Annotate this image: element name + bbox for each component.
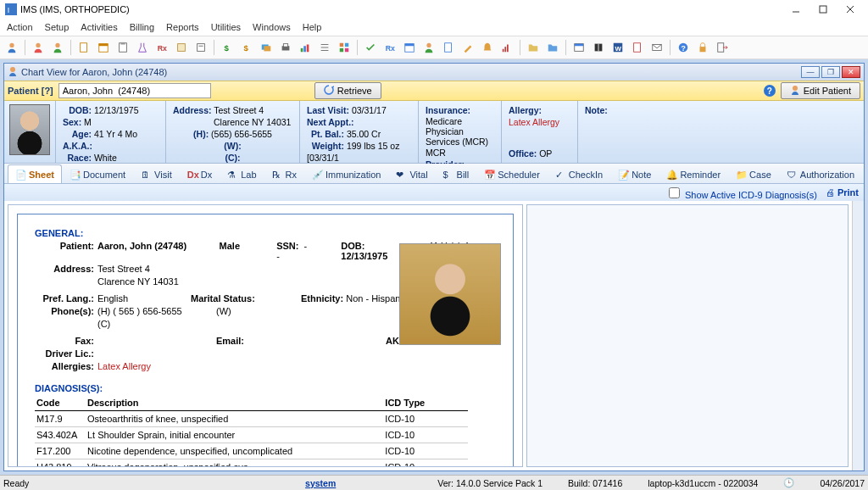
window-close-button[interactable] xyxy=(837,2,863,17)
tab-sheet[interactable]: 📄Sheet xyxy=(8,164,62,183)
toolbar-word-icon[interactable]: W xyxy=(609,39,626,56)
show-active-icd9-checkbox[interactable]: Show Active ICD-9 Diagnosis(s) xyxy=(665,185,817,201)
menu-reports[interactable]: Reports xyxy=(166,22,199,32)
toolbar-scroll-icon[interactable] xyxy=(173,39,190,56)
toolbar-xray-icon[interactable] xyxy=(590,39,607,56)
toolbar-person4-icon[interactable] xyxy=(420,39,437,56)
retrieve-button[interactable]: Retrieve xyxy=(314,82,381,99)
toolbar-rx2-icon[interactable]: Rx xyxy=(381,39,398,56)
tab-note[interactable]: 📝Note xyxy=(610,164,659,183)
toolbar-person-icon[interactable] xyxy=(3,39,20,56)
menu-setup[interactable]: Setup xyxy=(45,22,70,32)
toolbar-doc-icon[interactable] xyxy=(75,39,92,56)
toolbar-signal-icon[interactable] xyxy=(498,39,515,56)
toolbar-clipboard-icon[interactable] xyxy=(114,39,131,56)
sheet-subbar: Show Active ICD-9 Diagnosis(s) 🖨 Print xyxy=(4,184,864,201)
toolbar-grid-icon[interactable] xyxy=(336,39,353,56)
menu-windows[interactable]: Windows xyxy=(253,22,291,32)
tab-checkin[interactable]: ✓CheckIn xyxy=(548,164,610,183)
window-min-button[interactable] xyxy=(783,2,809,17)
mdi-workspace: Chart View for Aaron, John (24748) — ❐ ✕… xyxy=(0,59,868,475)
svg-rect-9 xyxy=(81,43,87,53)
toolbar-pencil-icon[interactable] xyxy=(459,39,476,56)
toolbar-folder2-icon[interactable] xyxy=(544,39,561,56)
toolbar-calendar2-icon[interactable] xyxy=(401,39,418,56)
chart-view-window: Chart View for Aaron, John (24748) — ❐ ✕… xyxy=(3,63,865,471)
tab-document[interactable]: 📑Document xyxy=(62,164,133,183)
rx-icon: ℞ xyxy=(272,170,282,180)
sheet-inner: GENERAL: Patient: Aaron, John (24748) Ma… xyxy=(17,214,514,467)
tab-dx[interactable]: DxDx xyxy=(180,164,220,183)
menu-activities[interactable]: Activities xyxy=(81,22,117,32)
tab-case[interactable]: 📁Case xyxy=(728,164,779,183)
tab-scheduler[interactable]: 📅Scheduler xyxy=(476,164,548,183)
toolbar-note-icon[interactable] xyxy=(192,39,209,56)
ins-label: Insurance: xyxy=(426,104,470,116)
diag-type: ICD-10 xyxy=(383,459,468,468)
menu-utilities[interactable]: Utilities xyxy=(211,22,241,32)
tab-visit[interactable]: 🗓Visit xyxy=(133,164,180,183)
tab-bill[interactable]: $Bill xyxy=(436,164,477,183)
show-active-icd9-input[interactable] xyxy=(669,187,680,198)
document-icon: 📑 xyxy=(70,170,80,180)
tab-lab[interactable]: ⚗Lab xyxy=(220,164,264,183)
svg-point-8 xyxy=(55,43,59,47)
diag-desc: Vitreous degeneration, unspecified eye xyxy=(86,459,383,468)
toolbar-check-icon[interactable] xyxy=(362,39,379,56)
toolbar-doc2-icon[interactable] xyxy=(440,39,457,56)
tab-reminder[interactable]: 🔔Reminder xyxy=(659,164,728,183)
patient-input[interactable] xyxy=(58,83,211,98)
tab-rx[interactable]: ℞Rx xyxy=(264,164,304,183)
toolbar-window-icon[interactable] xyxy=(570,39,587,56)
help-button[interactable]: ? xyxy=(764,85,776,97)
menu-help[interactable]: Help xyxy=(303,22,322,32)
diag-type: ICD-10 xyxy=(383,427,468,443)
tab-authorization[interactable]: 🛡Authorization xyxy=(779,164,862,183)
toolbar-calendar-icon[interactable] xyxy=(95,39,112,56)
tab-checkin-label: CheckIn xyxy=(569,170,603,180)
tab-vital[interactable]: ❤Vital xyxy=(388,164,435,183)
tab-document-label: Document xyxy=(83,170,125,180)
toolbar-cards-icon[interactable] xyxy=(258,39,275,56)
money-icon: $ xyxy=(443,170,453,180)
toolbar-money-icon[interactable]: $ xyxy=(219,39,236,56)
sheet-ssn-label: SSN: xyxy=(276,241,298,251)
svg-rect-36 xyxy=(405,44,415,47)
toolbar-bell-icon[interactable] xyxy=(479,39,496,56)
chart-close-button[interactable]: ✕ xyxy=(842,66,860,78)
toolbar-list-icon[interactable] xyxy=(316,39,333,56)
checkin-icon: ✓ xyxy=(555,170,565,180)
sheet-preflang: English xyxy=(97,293,191,303)
window-max-button[interactable] xyxy=(810,2,836,17)
vertical-scrollbar[interactable] xyxy=(852,201,864,471)
toolbar-chart-icon[interactable] xyxy=(297,39,314,56)
bell-icon: 🔔 xyxy=(666,170,676,180)
tab-referral[interactable]: ↗Referral xyxy=(862,164,868,183)
toolbar-folder-icon[interactable] xyxy=(525,39,542,56)
tab-immunization[interactable]: 💉Immunization xyxy=(304,164,388,183)
toolbar-flask-icon[interactable] xyxy=(134,39,151,56)
toolbar-print-icon[interactable] xyxy=(277,39,294,56)
toolbar-money2-icon[interactable]: $ xyxy=(238,39,255,56)
status-system-link[interactable]: system xyxy=(305,478,336,488)
toolbar-rx-icon[interactable]: Rx xyxy=(153,39,170,56)
toolbar-lock-icon[interactable] xyxy=(694,39,711,56)
sheet-phone-c: (C) xyxy=(97,319,110,329)
toolbar-person3-icon[interactable] xyxy=(49,39,66,56)
toolbar-pdf-icon[interactable] xyxy=(629,39,646,56)
menu-action[interactable]: Action xyxy=(7,22,33,32)
chart-restore-button[interactable]: ❐ xyxy=(821,66,840,78)
office-value: OP xyxy=(539,148,552,159)
svg-text:$: $ xyxy=(244,43,249,53)
menu-billing[interactable]: Billing xyxy=(130,22,154,32)
phone-h-value: (565) 656-5655 xyxy=(211,129,272,139)
chart-min-button[interactable]: — xyxy=(801,66,820,78)
print-button[interactable]: 🖨 Print xyxy=(826,187,859,198)
toolbar-mail-icon[interactable] xyxy=(648,39,665,56)
toolbar-exit-icon[interactable] xyxy=(714,39,731,56)
race-label: Race: xyxy=(63,152,92,164)
addr1-value: Test Street 4 xyxy=(214,105,264,115)
toolbar-help-icon[interactable]: ? xyxy=(675,39,692,56)
toolbar-person2-icon[interactable] xyxy=(30,39,47,56)
edit-patient-button[interactable]: Edit Patient xyxy=(781,82,860,99)
